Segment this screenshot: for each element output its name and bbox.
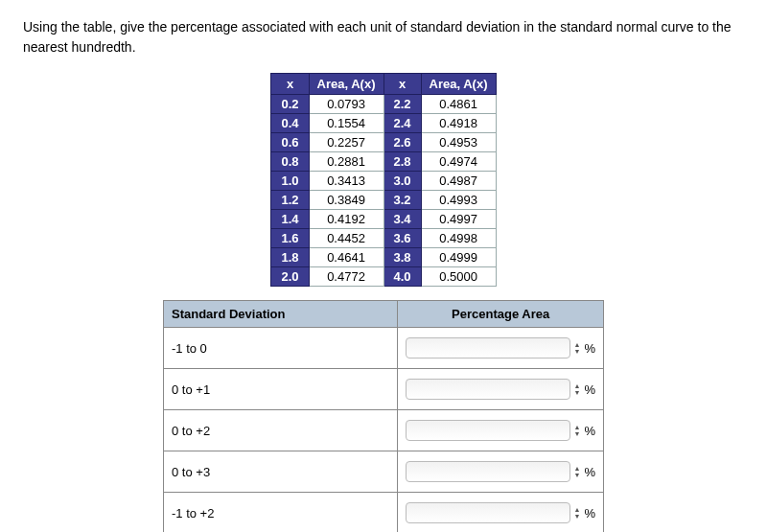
percent-unit: % xyxy=(584,506,595,520)
area-table-row: 1.40.41923.40.4997 xyxy=(271,210,496,229)
answer-header-pa: Percentage Area xyxy=(398,301,604,328)
area-x2: 2.2 xyxy=(384,95,421,114)
percentage-input[interactable] xyxy=(406,379,569,400)
area-x2: 3.0 xyxy=(384,172,421,191)
area-a1: 0.3849 xyxy=(309,191,384,210)
answer-row: 0 to +3▲▼% xyxy=(164,451,604,493)
area-x1: 1.2 xyxy=(271,191,309,210)
stepper-icon[interactable]: ▲▼ xyxy=(574,424,581,437)
sd-range-label: 0 to +1 xyxy=(164,369,398,410)
area-x1: 1.6 xyxy=(271,229,309,248)
percent-unit: % xyxy=(584,465,595,479)
sd-range-label: -1 to +2 xyxy=(164,493,398,533)
sd-range-label: 0 to +2 xyxy=(164,410,398,451)
area-a1: 0.4772 xyxy=(309,267,384,287)
area-a1: 0.3413 xyxy=(309,172,384,191)
answer-row: -1 to +2▲▼% xyxy=(164,493,604,533)
area-a2: 0.4918 xyxy=(421,114,496,133)
percentage-input[interactable] xyxy=(406,420,569,441)
stepper-icon[interactable]: ▲▼ xyxy=(574,341,581,355)
percent-unit: % xyxy=(584,341,595,356)
area-table-header-a1: Area, A(x) xyxy=(309,74,384,95)
area-table-row: 2.00.47724.00.5000 xyxy=(271,267,496,287)
sd-range-label: 0 to +3 xyxy=(164,451,398,493)
area-x2: 2.4 xyxy=(384,114,421,133)
question-text: Using the table, give the percentage ass… xyxy=(23,17,744,58)
area-a2: 0.4997 xyxy=(421,210,496,229)
area-x1: 1.0 xyxy=(271,172,309,191)
area-x2: 3.4 xyxy=(384,210,421,229)
area-x1: 2.0 xyxy=(271,267,309,287)
area-table-row: 1.60.44523.60.4998 xyxy=(271,229,496,248)
area-table-row: 0.20.07932.20.4861 xyxy=(271,95,496,114)
area-a2: 0.4974 xyxy=(421,152,496,172)
area-x2: 2.6 xyxy=(384,133,421,152)
area-a2: 0.4861 xyxy=(421,95,496,114)
percentage-input[interactable] xyxy=(406,461,569,482)
area-a2: 0.4999 xyxy=(421,248,496,267)
area-x1: 1.4 xyxy=(271,210,309,229)
area-x1: 0.8 xyxy=(271,152,309,172)
sd-range-label: -1 to 0 xyxy=(164,328,398,369)
area-a1: 0.4192 xyxy=(309,210,384,229)
area-a1: 0.0793 xyxy=(309,95,384,114)
area-x1: 0.2 xyxy=(271,95,309,114)
stepper-icon[interactable]: ▲▼ xyxy=(574,506,581,520)
area-x1: 0.4 xyxy=(271,114,309,133)
area-x1: 0.6 xyxy=(271,133,309,152)
answer-row: 0 to +2▲▼% xyxy=(164,410,604,451)
percentage-input[interactable] xyxy=(406,337,569,359)
area-table-row: 1.80.46413.80.4999 xyxy=(271,248,496,267)
area-table-row: 0.80.28812.80.4974 xyxy=(271,152,496,172)
area-a1: 0.4641 xyxy=(309,248,384,267)
area-table-row: 0.60.22572.60.4953 xyxy=(271,133,496,152)
area-a1: 0.2881 xyxy=(309,152,384,172)
area-x2: 4.0 xyxy=(384,267,421,287)
answer-row: 0 to +1▲▼% xyxy=(164,369,604,410)
answer-table: Standard Deviation Percentage Area -1 to… xyxy=(163,300,604,532)
area-table-row: 0.40.15542.40.4918 xyxy=(271,114,496,133)
percent-unit: % xyxy=(584,424,595,438)
area-x1: 1.8 xyxy=(271,248,309,267)
area-a1: 0.1554 xyxy=(309,114,384,133)
area-x2: 3.2 xyxy=(384,191,421,210)
area-table-header-x2: x xyxy=(384,74,421,95)
area-x2: 3.8 xyxy=(384,248,421,267)
area-x2: 3.6 xyxy=(384,229,421,248)
area-table-header-a2: Area, A(x) xyxy=(421,74,496,95)
area-a1: 0.4452 xyxy=(309,229,384,248)
area-table-row: 1.00.34133.00.4987 xyxy=(271,172,496,191)
area-a2: 0.4993 xyxy=(421,191,496,210)
area-a2: 0.4998 xyxy=(421,229,496,248)
percent-unit: % xyxy=(584,382,595,397)
percentage-input[interactable] xyxy=(406,502,569,523)
area-x2: 2.8 xyxy=(384,152,421,172)
area-a2: 0.4953 xyxy=(421,133,496,152)
answer-header-sd: Standard Deviation xyxy=(164,301,398,328)
area-table-header-x1: x xyxy=(271,74,309,95)
area-a1: 0.2257 xyxy=(309,133,384,152)
area-lookup-table: x Area, A(x) x Area, A(x) 0.20.07932.20.… xyxy=(270,73,496,287)
area-a2: 0.5000 xyxy=(421,267,496,287)
area-table-row: 1.20.38493.20.4993 xyxy=(271,191,496,210)
stepper-icon[interactable]: ▲▼ xyxy=(574,465,581,478)
stepper-icon[interactable]: ▲▼ xyxy=(574,382,581,396)
area-a2: 0.4987 xyxy=(421,172,496,191)
answer-row: -1 to 0▲▼% xyxy=(164,328,604,369)
